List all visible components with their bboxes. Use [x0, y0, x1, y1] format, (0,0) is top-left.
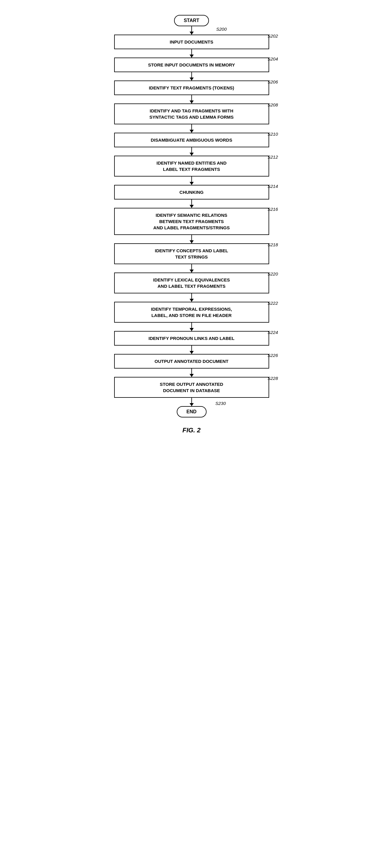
step-row-4: DISAMBIGUATE AMBIGUOUS WORDSS210 — [105, 133, 278, 147]
step-box-s208: IDENTIFY AND TAG FRAGMENTS WITH SYNTACTI… — [114, 103, 269, 124]
arrow-end — [191, 398, 192, 406]
step-box-s216: IDENTIFY SEMANTIC RELATIONS BETWEEN TEXT… — [114, 208, 269, 235]
end-ref: S230 — [215, 401, 226, 406]
step-box-s204: STORE INPUT DOCUMENTS IN MEMORY — [114, 58, 269, 72]
step-ref-s212: S212 — [267, 154, 278, 159]
step-box-s206: IDENTIFY TEXT FRAGMENTS (TOKENS) — [114, 81, 269, 95]
arrow-8 — [191, 235, 192, 243]
step-ref-s214: S214 — [267, 184, 278, 189]
step-ref-s222: S222 — [267, 301, 278, 306]
step-row-5: IDENTIFY NAMED ENTITIES AND LABEL TEXT F… — [105, 156, 278, 177]
step-row-11: IDENTIFY PRONOUN LINKS AND LABELS224 — [105, 331, 278, 346]
step-box-s202: INPUT DOCUMENTS — [114, 35, 269, 49]
step-box-s228: STORE OUTPUT ANNOTATED DOCUMENT IN DATAB… — [114, 377, 269, 398]
step-row-8: IDENTIFY CONCEPTS AND LABEL TEXT STRINGS… — [105, 243, 278, 264]
step-box-s220: IDENTIFY LEXICAL EQUIVALENCES AND LABEL … — [114, 273, 269, 293]
end-oval: END — [177, 406, 206, 417]
start-oval: START — [174, 15, 209, 26]
step-row-0: INPUT DOCUMENTSS202 — [105, 35, 278, 49]
step-row-13: STORE OUTPUT ANNOTATED DOCUMENT IN DATAB… — [105, 377, 278, 398]
step-ref-s204: S204 — [267, 56, 278, 61]
arrow-0 — [191, 26, 192, 35]
step-row-1: STORE INPUT DOCUMENTS IN MEMORYS204 — [105, 58, 278, 72]
step-box-s226: OUTPUT ANNOTATED DOCUMENT — [114, 354, 269, 369]
step-ref-s208: S208 — [267, 102, 278, 107]
arrow-9 — [191, 264, 192, 273]
step-ref-s226: S226 — [267, 353, 278, 358]
step-row-3: IDENTIFY AND TAG FRAGMENTS WITH SYNTACTI… — [105, 103, 278, 124]
flowchart: START S200 INPUT DOCUMENTSS202STORE INPU… — [96, 6, 287, 862]
step-ref-s224: S224 — [267, 330, 278, 335]
step-row-7: IDENTIFY SEMANTIC RELATIONS BETWEEN TEXT… — [105, 208, 278, 235]
arrow-12 — [191, 346, 192, 354]
step-ref-s206: S206 — [267, 79, 278, 84]
arrow-5 — [191, 147, 192, 156]
step-ref-s210: S210 — [267, 131, 278, 136]
step-ref-s220: S220 — [267, 271, 278, 276]
step-ref-s202: S202 — [267, 33, 278, 38]
arrow-6 — [191, 177, 192, 185]
step-box-s214: CHUNKING — [114, 185, 269, 199]
step-box-s224: IDENTIFY PRONOUN LINKS AND LABEL — [114, 331, 269, 346]
step-row-2: IDENTIFY TEXT FRAGMENTS (TOKENS)S206 — [105, 81, 278, 95]
arrow-13 — [191, 369, 192, 377]
step-box-s222: IDENTIFY TEMPORAL EXPRESSIONS, LABEL, AN… — [114, 302, 269, 322]
arrow-4 — [191, 124, 192, 133]
figure-caption: FIG. 2 — [183, 426, 200, 434]
arrow-3 — [191, 95, 192, 103]
start-ref: S200 — [216, 27, 227, 32]
step-box-s210: DISAMBIGUATE AMBIGUOUS WORDS — [114, 133, 269, 147]
step-row-9: IDENTIFY LEXICAL EQUIVALENCES AND LABEL … — [105, 273, 278, 293]
arrow-2 — [191, 72, 192, 81]
step-ref-s216: S216 — [267, 207, 278, 212]
step-box-s218: IDENTIFY CONCEPTS AND LABEL TEXT STRINGS — [114, 243, 269, 264]
step-row-12: OUTPUT ANNOTATED DOCUMENTS226 — [105, 354, 278, 369]
step-row-6: CHUNKINGS214 — [105, 185, 278, 199]
arrow-1 — [191, 49, 192, 58]
step-box-s212: IDENTIFY NAMED ENTITIES AND LABEL TEXT F… — [114, 156, 269, 177]
arrow-7 — [191, 199, 192, 208]
step-ref-s228: S228 — [267, 376, 278, 381]
step-row-10: IDENTIFY TEMPORAL EXPRESSIONS, LABEL, AN… — [105, 302, 278, 322]
step-ref-s218: S218 — [267, 242, 278, 247]
arrow-11 — [191, 322, 192, 331]
arrow-10 — [191, 293, 192, 302]
